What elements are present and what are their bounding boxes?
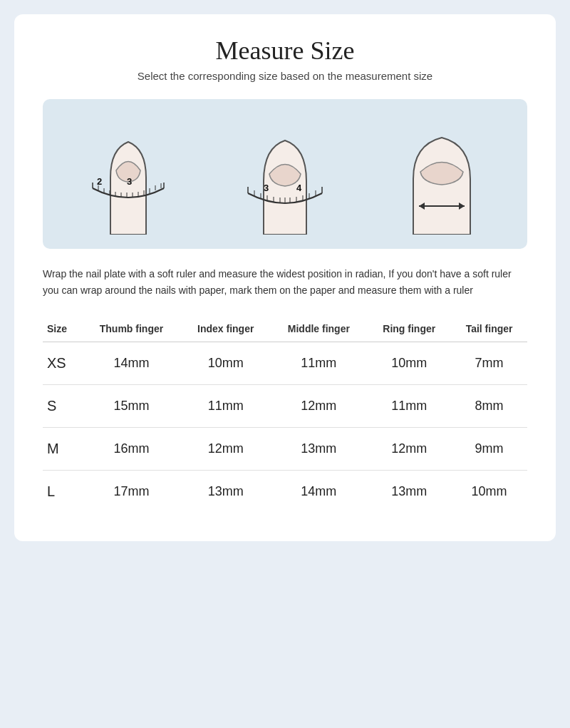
cell-r1-c4: 11mm: [367, 385, 451, 428]
cell-r1-c5: 8mm: [451, 385, 527, 428]
cell-r1-c0: S: [43, 385, 82, 428]
page-title: Measure Size: [43, 36, 527, 66]
cell-r1-c3: 12mm: [270, 385, 367, 428]
finger-illustration-2: 3 4: [228, 113, 342, 235]
cell-r3-c1: 17mm: [82, 471, 181, 513]
cell-r2-c3: 13mm: [270, 428, 367, 471]
cell-r3-c5: 10mm: [451, 471, 527, 513]
cell-r0-c1: 14mm: [82, 342, 181, 385]
illustration-1: 2 3: [57, 113, 200, 235]
size-table: Size Thumb finger Index finger Middle fi…: [43, 316, 527, 513]
table-row: S15mm11mm12mm11mm8mm: [43, 385, 527, 428]
svg-text:3: 3: [264, 183, 269, 193]
cell-r0-c3: 11mm: [270, 342, 367, 385]
cell-r2-c1: 16mm: [82, 428, 181, 471]
cell-r2-c2: 12mm: [181, 428, 270, 471]
page-subtitle: Select the corresponding size based on t…: [43, 70, 527, 82]
col-ring: Ring finger: [367, 316, 451, 342]
cell-r3-c3: 14mm: [270, 471, 367, 513]
cell-r0-c5: 7mm: [451, 342, 527, 385]
col-index: Index finger: [181, 316, 270, 342]
col-middle: Middle finger: [270, 316, 367, 342]
illustration-2: 3 4: [214, 113, 356, 235]
description-text: Wrap the nail plate with a soft ruler an…: [43, 266, 527, 299]
table-row: XS14mm10mm11mm10mm7mm: [43, 342, 527, 385]
cell-r2-c5: 9mm: [451, 428, 527, 471]
finger-illustration-3: [385, 113, 499, 235]
cell-r0-c2: 10mm: [181, 342, 270, 385]
col-size: Size: [43, 316, 82, 342]
cell-r2-c4: 12mm: [367, 428, 451, 471]
col-thumb: Thumb finger: [82, 316, 181, 342]
cell-r3-c2: 13mm: [181, 471, 270, 513]
cell-r1-c2: 11mm: [181, 385, 270, 428]
finger-illustration-1: 2 3: [71, 113, 185, 235]
table-row: L17mm13mm14mm13mm10mm: [43, 471, 527, 513]
col-tail: Tail finger: [451, 316, 527, 342]
illustrations-panel: 2 3: [43, 99, 527, 249]
cell-r0-c4: 10mm: [367, 342, 451, 385]
cell-r3-c4: 13mm: [367, 471, 451, 513]
cell-r2-c0: M: [43, 428, 82, 471]
illustration-3: [370, 113, 513, 235]
svg-text:4: 4: [296, 183, 302, 193]
page-container: Measure Size Select the corresponding si…: [14, 14, 556, 541]
table-header-row: Size Thumb finger Index finger Middle fi…: [43, 316, 527, 342]
table-row: M16mm12mm13mm12mm9mm: [43, 428, 527, 471]
cell-r0-c0: XS: [43, 342, 82, 385]
svg-text:2: 2: [97, 176, 102, 187]
svg-text:3: 3: [127, 176, 132, 187]
cell-r3-c0: L: [43, 471, 82, 513]
cell-r1-c1: 15mm: [82, 385, 181, 428]
